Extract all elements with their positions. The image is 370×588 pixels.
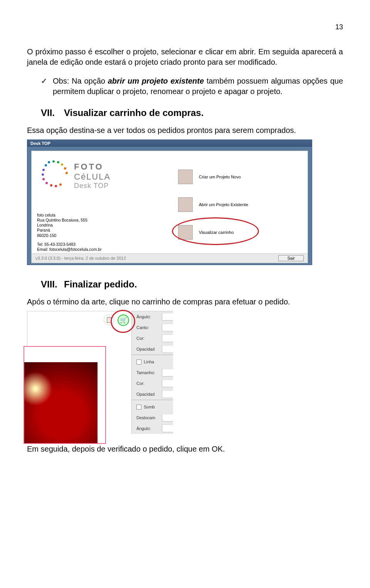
checkbox-icon [136, 405, 141, 410]
heading-viii: VIII.Finalizar pedido. [41, 279, 343, 290]
check-icon: ✓ [41, 76, 47, 97]
screenshot-desktop-window: Desk TOP [27, 139, 312, 265]
artwork-frame [24, 346, 106, 444]
obs-block: ✓ Obs: Na opção abrir um projeto existen… [41, 76, 343, 97]
prop-linha: Linha [132, 356, 173, 367]
page-number: 13 [27, 23, 343, 31]
exit-button[interactable]: Sair [278, 255, 304, 261]
window-title: Desk TOP [27, 140, 312, 147]
highlight-circle-icon [172, 217, 259, 245]
closing-paragraph: Em seguida, depois de verificado o pedid… [27, 444, 343, 454]
prop-deslocamento: Deslocam [132, 412, 173, 423]
prop-opacidade: Opacidad [132, 344, 173, 354]
open-project-button[interactable]: Abrir um Projeto Existente [178, 197, 248, 212]
prop-sombra: Somb [132, 402, 173, 412]
checkbox-icon [136, 360, 141, 365]
contact-info: foto celula Rua Quintino Bocaiuva, 555 L… [37, 213, 102, 252]
editor-canvas: 📋 🛒 [27, 311, 131, 434]
properties-panel: Ângulo: Canto: Cor: Opacidad Linha Taman… [131, 311, 173, 434]
prop-tamanho: Tamanho: [132, 367, 173, 378]
window-panel: FOTO CéLULA Desk TOP foto celula Rua Qui… [31, 151, 308, 263]
logo-dots-icon [42, 160, 69, 186]
version-bar: v3.3.0 (3.3.0) - terça-feira, 2 de outub… [32, 253, 308, 263]
heading-vii: VII.Visualizar carrinho de compras. [41, 108, 343, 118]
prop-opacidade2: Opacidad [132, 389, 173, 400]
prop-canto: Canto: [132, 322, 173, 333]
prop-cor2: Cor: [132, 378, 173, 389]
intro-paragraph: O próximo passo é escolher o projeto, se… [27, 47, 343, 67]
fotocelula-logo: FOTO CéLULA Desk TOP [42, 160, 111, 190]
screenshot-editor-panel: 📋 🛒 Ângulo: Canto: Cor: Opacidad Linha T… [27, 311, 173, 434]
prop-angulo: Ângulo: [132, 311, 173, 322]
create-project-button[interactable]: Criar um Projeto Novo [178, 170, 241, 184]
vii-description: Essa opção destina-se a ver todos os ped… [27, 126, 343, 135]
prop-cor: Cor: [132, 333, 173, 344]
prop-angulo2: Ângulo: [132, 423, 173, 434]
viii-description: Após o término da arte, clique no carrin… [27, 297, 343, 306]
obs-text: Obs: Na opção abrir um projeto existente… [53, 76, 343, 97]
